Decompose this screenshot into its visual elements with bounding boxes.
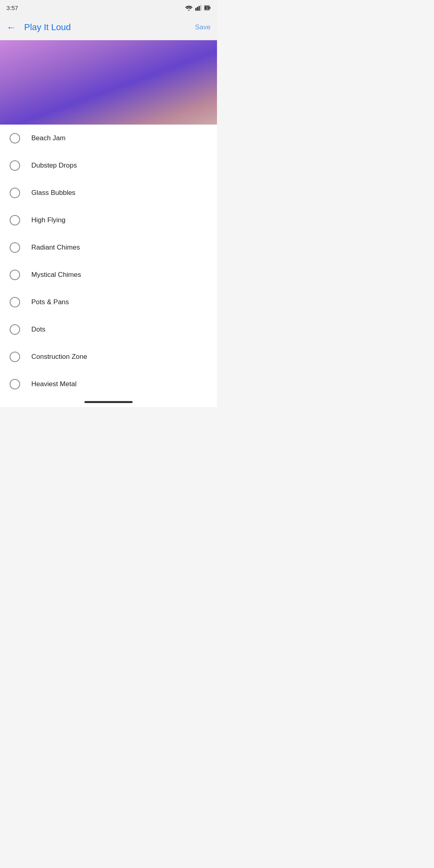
item-label-heaviest-metal: Heaviest Metal (31, 380, 76, 388)
radio-button-beach-jam[interactable] (10, 133, 20, 143)
list-item[interactable]: Construction Zone (0, 343, 217, 371)
hero-banner (0, 40, 217, 125)
item-label-radiant-chimes: Radiant Chimes (31, 244, 80, 252)
list-item[interactable]: Mystical Chimes (0, 261, 217, 289)
radio-button-heaviest-metal[interactable] (10, 379, 20, 389)
status-bar: 3:57 (0, 0, 217, 14)
svg-rect-1 (197, 7, 198, 11)
page-title: Play It Loud (24, 22, 71, 33)
item-label-dubstep-drops: Dubstep Drops (31, 162, 77, 170)
top-bar-left: ← Play It Loud (6, 22, 71, 33)
list-item[interactable]: Dots (0, 316, 217, 343)
battery-icon (204, 5, 211, 11)
svg-rect-3 (200, 5, 201, 10)
item-label-dots: Dots (31, 326, 45, 334)
back-button[interactable]: ← (6, 22, 16, 33)
wifi-icon (185, 5, 193, 11)
radio-button-radiant-chimes[interactable] (10, 242, 20, 253)
home-indicator (84, 401, 133, 403)
list-item[interactable]: Glass Bubbles (0, 179, 217, 207)
radio-button-mystical-chimes[interactable] (10, 270, 20, 280)
radio-button-construction-zone[interactable] (10, 352, 20, 362)
item-label-beach-jam: Beach Jam (31, 134, 66, 142)
item-label-high-flying: High Flying (31, 216, 66, 224)
list-item[interactable]: Dubstep Drops (0, 152, 217, 179)
list-item[interactable]: Heaviest Metal (0, 371, 217, 398)
svg-rect-5 (209, 7, 211, 8)
list-item[interactable]: High Flying (0, 207, 217, 234)
radio-button-high-flying[interactable] (10, 215, 20, 225)
list-item[interactable]: Beach Jam (0, 125, 217, 152)
svg-rect-0 (195, 8, 197, 10)
list-item[interactable]: Pots & Pans (0, 289, 217, 316)
item-label-pots-and-pans: Pots & Pans (31, 298, 69, 306)
item-label-mystical-chimes: Mystical Chimes (31, 271, 81, 279)
radio-button-glass-bubbles[interactable] (10, 188, 20, 198)
bottom-bar (0, 398, 217, 407)
item-label-glass-bubbles: Glass Bubbles (31, 189, 76, 197)
signal-icon (195, 5, 202, 11)
radio-button-pots-and-pans[interactable] (10, 297, 20, 307)
top-app-bar: ← Play It Loud Save (0, 14, 217, 40)
radio-button-dots[interactable] (10, 324, 20, 335)
status-icons (185, 5, 211, 11)
status-time: 3:57 (6, 4, 18, 11)
radio-button-dubstep-drops[interactable] (10, 160, 20, 171)
svg-rect-2 (199, 6, 200, 10)
item-label-construction-zone: Construction Zone (31, 353, 87, 361)
ringtone-list: Beach Jam Dubstep Drops Glass Bubbles Hi… (0, 125, 217, 398)
save-button[interactable]: Save (195, 23, 211, 31)
list-item[interactable]: Radiant Chimes (0, 234, 217, 261)
